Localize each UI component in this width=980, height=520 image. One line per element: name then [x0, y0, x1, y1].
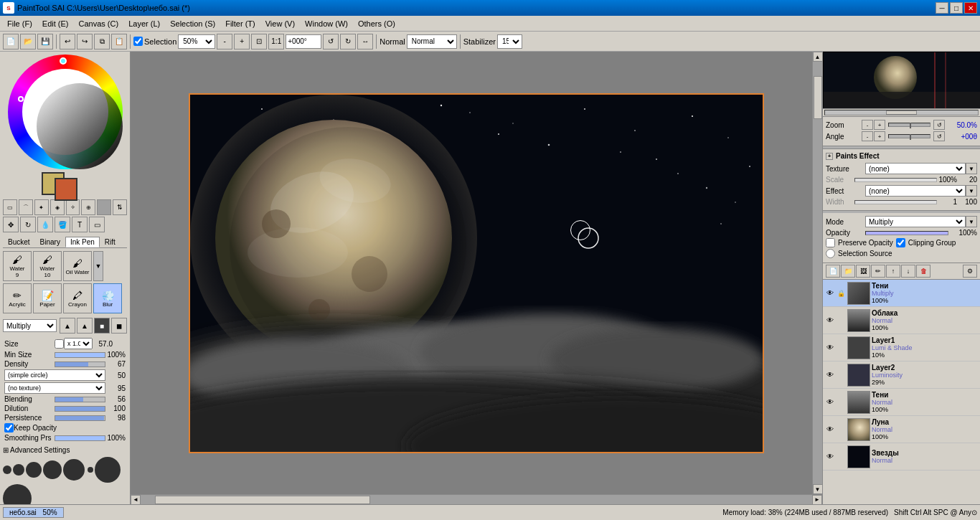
- mode-expand-btn[interactable]: ▼: [966, 216, 977, 227]
- scroll-thumb-v[interactable]: [814, 76, 822, 119]
- stabilizer-select[interactable]: 15 0 5: [497, 34, 522, 49]
- advanced-settings-toggle[interactable]: ⊞ Advanced Settings: [0, 445, 130, 455]
- layer-lock-2[interactable]: [836, 316, 846, 326]
- zoom-minus-btn[interactable]: -: [862, 120, 873, 130]
- menu-filter[interactable]: Filter (T): [221, 18, 260, 29]
- brush-water10[interactable]: 🖌 Water10: [33, 251, 62, 281]
- menu-canvas[interactable]: Canvas (C): [75, 18, 123, 29]
- paints-effect-toggle[interactable]: +: [826, 153, 833, 160]
- background-color[interactable]: [55, 178, 77, 201]
- file-tab[interactable]: небо.sai 50%: [3, 507, 64, 518]
- pe-effect-expand[interactable]: ▼: [966, 185, 977, 197]
- tb-open[interactable]: 📂: [20, 34, 36, 49]
- tool-fill[interactable]: 🪣: [55, 217, 70, 232]
- texture-select[interactable]: (no texture): [4, 382, 105, 394]
- persistence-slider[interactable]: [55, 415, 105, 421]
- scroll-track-v[interactable]: [813, 62, 823, 484]
- menu-view[interactable]: View (V): [261, 18, 299, 29]
- zoom-slider[interactable]: [888, 123, 930, 127]
- layer-eye-4[interactable]: 👁: [824, 369, 836, 381]
- brush-tab-rift[interactable]: Rift: [100, 237, 121, 247]
- brush-shape-btn1[interactable]: ▲: [60, 318, 75, 334]
- tool-spare2[interactable]: ⊕: [81, 199, 95, 215]
- brush-shape-btn2[interactable]: ▲: [77, 318, 93, 334]
- tb-copy[interactable]: ⧉: [94, 34, 110, 49]
- scroll-up-btn[interactable]: ▲: [813, 52, 823, 62]
- layer-delete-btn[interactable]: 🗑: [916, 265, 930, 278]
- tb-zoom-plus[interactable]: +: [234, 34, 250, 49]
- color-wheel-container[interactable]: [8, 55, 123, 169]
- layer-lock-3[interactable]: [836, 343, 846, 353]
- menu-window[interactable]: Window (W): [301, 18, 352, 29]
- layer-lock-5[interactable]: [836, 397, 846, 407]
- tb-rot-left[interactable]: ↺: [323, 34, 339, 49]
- menu-file[interactable]: File (F): [3, 18, 37, 29]
- brush-tab-binary[interactable]: Binary: [35, 237, 65, 247]
- layer-item-6[interactable]: 👁 Луна Normal 100%: [823, 416, 980, 443]
- canvas-container[interactable]: ▲ ▼: [131, 52, 822, 494]
- menu-edit[interactable]: Edit (E): [38, 18, 73, 29]
- angle-minus-btn[interactable]: -: [862, 131, 873, 141]
- scroll-track-h[interactable]: [141, 495, 812, 505]
- tb-redo[interactable]: ↪: [77, 34, 93, 49]
- tool-spare1[interactable]: ⟡: [66, 199, 80, 215]
- size-dot-350[interactable]: [63, 459, 85, 481]
- layer-item-3[interactable]: 👁 Layer1 Lumi & Shade 10%: [823, 334, 980, 361]
- layer-move-down-btn[interactable]: ↓: [901, 265, 915, 278]
- tb-zoom-100[interactable]: 1:1: [268, 34, 284, 49]
- preview-scroll-thumb[interactable]: [886, 110, 917, 115]
- layer-eye-7[interactable]: 👁: [824, 451, 836, 463]
- tool-shape[interactable]: ▭: [89, 217, 105, 232]
- pe-effect-select[interactable]: (none): [865, 185, 966, 197]
- layer-lock-1[interactable]: 🔒: [836, 288, 846, 298]
- pe-texture-select[interactable]: (none): [865, 163, 966, 174]
- layer-eye-6[interactable]: 👁: [824, 424, 836, 435]
- layer-lock-6[interactable]: [836, 425, 846, 435]
- shape-select[interactable]: (simple circle): [4, 369, 105, 381]
- layers-list[interactable]: 👁 🔒 Тени Multiply 100% 👁 Облака Normal 1…: [823, 279, 980, 504]
- brush-shape-btn4[interactable]: ◼: [111, 318, 127, 334]
- width-slider[interactable]: [854, 200, 937, 204]
- brush-tab-inkpen[interactable]: Ink Pen: [65, 237, 100, 247]
- close-button[interactable]: ✕: [964, 2, 977, 14]
- angle-plus-btn[interactable]: +: [874, 131, 885, 141]
- blend-mode-select[interactable]: Normal Multiply: [407, 34, 457, 49]
- density-slider[interactable]: [55, 361, 105, 367]
- brush-blur[interactable]: 💨 Blur: [93, 283, 122, 313]
- layer-item-5[interactable]: 👁 Тени Normal 100%: [823, 389, 980, 416]
- tool-swap[interactable]: ⇅: [113, 199, 127, 215]
- rotation-input[interactable]: [286, 34, 321, 49]
- minimize-button[interactable]: ─: [936, 2, 948, 14]
- tb-save[interactable]: 💾: [37, 34, 53, 49]
- layer-mode-select[interactable]: Multiply Normal: [865, 216, 966, 227]
- blending-slider[interactable]: [55, 397, 105, 402]
- layer-move-up-btn[interactable]: ↑: [886, 265, 900, 278]
- tool-eyedrop[interactable]: 💧: [37, 217, 53, 232]
- size-dot-40[interactable]: [88, 467, 93, 473]
- scroll-down-btn[interactable]: ▼: [813, 484, 823, 494]
- layer-new-btn[interactable]: 📄: [826, 265, 840, 278]
- dilution-slider[interactable]: [55, 406, 105, 412]
- tool-foreground[interactable]: [97, 199, 111, 215]
- brush-tab-bucket[interactable]: Bucket: [3, 237, 35, 247]
- layer-item-2[interactable]: 👁 Облака Normal 100%: [823, 307, 980, 334]
- layer-extra-btn[interactable]: ⚙: [963, 265, 977, 278]
- layer-item-4[interactable]: 👁 Layer2 Luminosity 29%: [823, 361, 980, 389]
- tool-text[interactable]: T: [72, 217, 88, 232]
- layer-lock-7[interactable]: [836, 452, 846, 462]
- size-dot-500[interactable]: [3, 484, 32, 504]
- menu-layer[interactable]: Layer (L): [124, 18, 164, 29]
- brush-water9[interactable]: 🖌 Water9: [3, 251, 32, 281]
- layer-item-1[interactable]: 👁 🔒 Тени Multiply 100%: [823, 280, 980, 307]
- brush-paper[interactable]: 📝 Paper: [33, 283, 62, 313]
- scroll-thumb-h[interactable]: [155, 496, 370, 504]
- size-dot-200[interactable]: [13, 464, 24, 476]
- preview-scroll-track[interactable]: [824, 110, 979, 115]
- vertical-scrollbar[interactable]: ▲ ▼: [812, 52, 822, 494]
- tool-move[interactable]: ✥: [3, 217, 19, 232]
- zoom-select[interactable]: 50% 25% 100%: [178, 34, 215, 49]
- layer-eye-2[interactable]: 👁: [824, 315, 836, 326]
- size-dot-250[interactable]: [26, 462, 42, 478]
- color-wheel[interactable]: [8, 55, 123, 169]
- layer-new-folder-btn[interactable]: 📁: [841, 265, 855, 278]
